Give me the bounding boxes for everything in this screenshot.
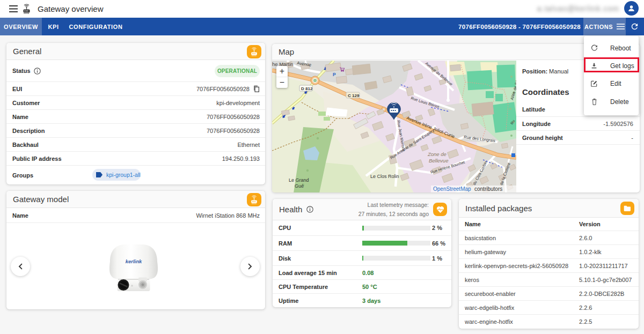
svg-text:Zone de: Zone de — [427, 151, 447, 157]
svg-text:Le Clos Rolin: Le Clos Rolin — [370, 174, 399, 179]
svg-text:Gué: Gué — [295, 183, 304, 189]
svg-text:C 129: C 129 — [348, 93, 360, 98]
svg-text:OpenStreetMap: OpenStreetMap — [433, 186, 471, 192]
svg-text:Bellevue: Bellevue — [429, 158, 448, 164]
svg-text:D 812: D 812 — [301, 86, 313, 91]
svg-text:kerlink: kerlink — [126, 258, 142, 264]
svg-text:Le Grand: Le Grand — [289, 177, 309, 183]
svg-text:contributors: contributors — [474, 186, 502, 192]
svg-text:P: P — [333, 72, 336, 77]
